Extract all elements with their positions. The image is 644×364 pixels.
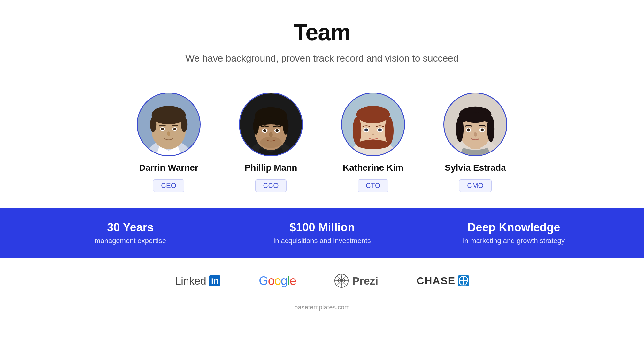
header-section: Team We have background, proven track re… (0, 0, 644, 73)
member-role-phillip: CCO (255, 179, 287, 192)
svg-point-36 (364, 129, 368, 132)
stat-value-million: $100 Million (246, 221, 399, 234)
svg-point-6 (181, 117, 187, 132)
page-title: Team (13, 19, 631, 45)
avatar-katherine (341, 93, 405, 156)
member-role-sylvia: CMO (459, 179, 491, 192)
stat-item-knowledge: Deep Knowledge in marketing and growth s… (418, 221, 610, 245)
avatar-sylvia (443, 93, 507, 156)
svg-point-33 (356, 140, 390, 149)
google-text: Google (259, 274, 296, 288)
stat-label-years: management expertise (54, 237, 207, 245)
linkedin-text: Linked (175, 275, 206, 287)
member-name-katherine: Katherine Kim (343, 163, 403, 173)
chase-text: CHASE (417, 275, 456, 287)
chase-icon (458, 275, 469, 286)
stat-value-years: 30 Years (54, 221, 207, 234)
svg-point-21 (263, 129, 266, 132)
team-section: Darrin Warner CEO (0, 73, 644, 208)
svg-point-31 (353, 117, 361, 145)
svg-point-22 (276, 129, 279, 132)
svg-point-49 (474, 132, 477, 137)
stat-label-knowledge: in marketing and growth strategy (437, 237, 590, 245)
footer: basetemplates.com (0, 297, 644, 317)
svg-point-32 (385, 117, 394, 145)
team-member-katherine: Katherine Kim CTO (341, 93, 405, 192)
avatar-darrin (137, 93, 201, 156)
svg-point-56 (340, 279, 343, 282)
footer-text: basetemplates.com (294, 304, 349, 311)
stat-item-million: $100 Million in acquisitions and investm… (226, 221, 418, 245)
svg-point-10 (173, 128, 177, 130)
svg-point-4 (152, 106, 186, 124)
linkedin-in: in (209, 275, 220, 286)
logos-section: Linkedin Google (0, 258, 644, 297)
prezi-wheel-icon (334, 274, 349, 288)
member-name-darrin: Darrin Warner (139, 163, 198, 173)
svg-point-5 (150, 117, 156, 132)
svg-point-23 (260, 137, 282, 148)
team-member-sylvia: Sylvia Estrada CMO (443, 93, 507, 192)
member-name-sylvia: Sylvia Estrada (445, 163, 506, 173)
stat-value-knowledge: Deep Knowledge (437, 221, 590, 234)
logo-linkedin: Linkedin (175, 275, 220, 287)
page-wrapper: Team We have background, proven track re… (0, 0, 644, 364)
member-role-darrin: CEO (153, 179, 184, 192)
svg-point-47 (467, 129, 470, 132)
stats-bar: 30 Years management expertise $100 Milli… (0, 208, 644, 258)
svg-point-30 (356, 106, 390, 123)
svg-point-48 (480, 129, 484, 132)
svg-point-37 (378, 129, 382, 132)
team-member-darrin: Darrin Warner CEO (137, 93, 201, 192)
svg-point-11 (167, 131, 170, 136)
logo-chase: CHASE (417, 275, 469, 287)
logo-prezi: Prezi (334, 274, 378, 288)
stat-label-million: in acquisitions and investments (246, 237, 399, 245)
page-subtitle: We have background, proven track record … (13, 53, 631, 64)
member-name-phillip: Phillip Mann (245, 163, 297, 173)
prezi-text: Prezi (352, 275, 378, 287)
stat-item-years: 30 Years management expertise (34, 221, 226, 245)
team-member-phillip: Phillip Mann CCO (239, 93, 303, 192)
svg-point-24 (269, 132, 273, 137)
member-role-katherine: CTO (358, 179, 388, 192)
logo-google: Google (259, 274, 296, 288)
svg-point-9 (161, 128, 164, 130)
avatar-phillip (239, 93, 303, 156)
